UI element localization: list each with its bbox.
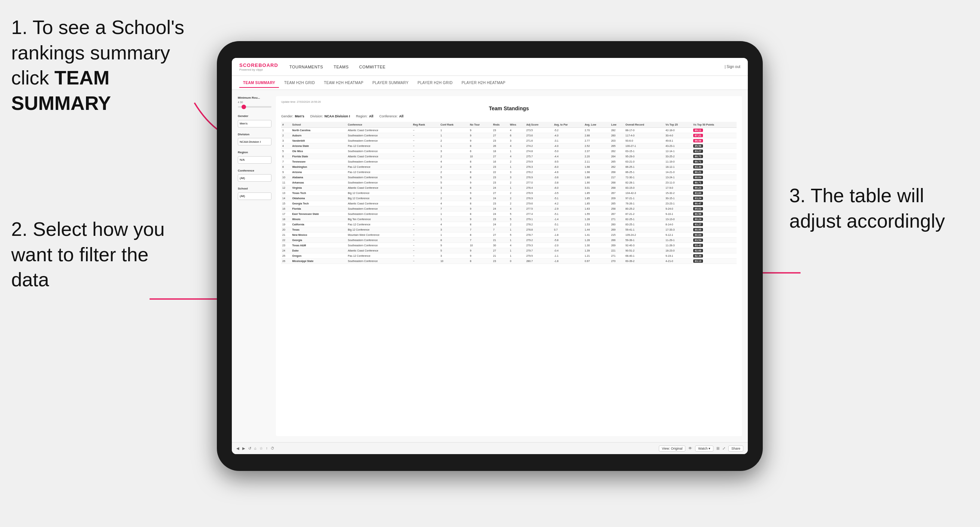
- cell-low: 271: [610, 217, 624, 222]
- cell-no-tour: 9: [469, 180, 492, 186]
- cell-overall: 68-40-1: [624, 253, 664, 259]
- tab-player-summary[interactable]: PLAYER SUMMARY: [369, 78, 412, 88]
- cell-conference: Southeastern Conference: [347, 159, 412, 165]
- cell-adj-score: 274.8: [525, 149, 553, 154]
- view-original-button[interactable]: View: Original: [659, 446, 686, 451]
- table-row: 6 Florida State Atlantic Coast Conferenc…: [281, 154, 737, 159]
- cell-adj-score: 280.7: [525, 259, 553, 264]
- cell-school: Ole Miss: [291, 149, 347, 154]
- table-row: 26 Mississippi State Southeastern Confer…: [281, 259, 737, 264]
- school-select[interactable]: (All): [238, 192, 272, 200]
- forward-icon[interactable]: ▶: [242, 446, 245, 450]
- range-slider[interactable]: [238, 106, 272, 108]
- cell-vs50: 83.84: [692, 190, 737, 196]
- cell-rank: 20: [281, 227, 291, 232]
- cell-wins: 1: [509, 186, 525, 190]
- watch-button[interactable]: Watch ▾: [695, 446, 713, 451]
- cell-no-tour: 9: [469, 206, 492, 211]
- tab-team-h2h-grid[interactable]: TEAM H2H GRID: [280, 78, 318, 88]
- cell-low: 221: [610, 248, 624, 253]
- cell-avg-low: 1.30: [584, 243, 610, 248]
- cell-conference: Mountain West Conference: [347, 232, 412, 238]
- cell-no-tour: 8: [469, 143, 492, 149]
- home-icon[interactable]: ⌂: [254, 446, 256, 450]
- gender-select[interactable]: Men's Women's: [238, 120, 272, 127]
- slider-thumb[interactable]: [242, 105, 246, 109]
- table-row: 16 Florida Southeastern Conference ~ 7 9…: [281, 206, 737, 211]
- cell-wins: 4: [509, 128, 525, 133]
- table-row: 2 Auburn Southeastern Conference ~ 1 9 2…: [281, 133, 737, 138]
- cell-rnds: 24: [492, 206, 509, 211]
- cell-rank: 6: [281, 154, 291, 159]
- cell-avg-par: -3.1: [553, 138, 584, 143]
- share-icon-toolbar[interactable]: ↑: [266, 446, 268, 450]
- cell-reg-rank: ~: [412, 175, 439, 180]
- cell-adj-score: 275.7: [525, 154, 553, 159]
- cell-adj-score: 279.7: [525, 248, 553, 253]
- nav-committee[interactable]: COMMITTEE: [360, 65, 386, 69]
- cell-reg-rank: ~: [412, 180, 439, 186]
- col-adj-score: Adj Score: [525, 122, 553, 128]
- cell-low: 258: [610, 206, 624, 211]
- cell-vs50: 80.04: [692, 175, 737, 180]
- cell-vs50: 85.58: [692, 143, 737, 149]
- cell-reg-rank: ~: [412, 232, 439, 238]
- cell-reg-rank: ~: [412, 159, 439, 165]
- table-row: 14 Oklahoma Big 12 Conference ~ 2 8 24 2…: [281, 196, 737, 201]
- cell-school: New Mexico: [291, 232, 347, 238]
- cell-adj-score: 276.4: [525, 186, 553, 190]
- cell-overall: 90-51-2: [624, 248, 664, 253]
- division-select[interactable]: NCAA Division I NCAA Division II NCAA Di…: [238, 138, 272, 145]
- cell-avg-low: 1.28: [584, 217, 610, 222]
- nav-tournaments[interactable]: TOURNAMENTS: [290, 65, 323, 69]
- cell-avg-par: -2.9: [553, 206, 584, 211]
- cell-rnds: 26: [492, 143, 509, 149]
- cell-overall: 86-25-1: [624, 165, 664, 170]
- cell-conf-rank: 2: [439, 165, 469, 170]
- cell-adj-score: 277.4: [525, 211, 553, 217]
- cell-conference: Atlantic Coast Conference: [347, 248, 412, 253]
- cell-overall: 87-21-2: [624, 211, 664, 217]
- cell-low: 269: [610, 227, 624, 232]
- cell-vs50: 80.84: [692, 232, 737, 238]
- cell-conference: Pac-12 Conference: [347, 165, 412, 170]
- bookmark-icon[interactable]: ☆: [259, 446, 263, 450]
- cell-conf-rank: 2: [439, 196, 469, 201]
- sign-out-link[interactable]: | Sign out: [725, 65, 740, 69]
- cell-conf-rank: 5: [439, 175, 469, 180]
- cell-overall: 93-6-0: [624, 138, 664, 143]
- cell-avg-par: -5.1: [553, 222, 584, 227]
- minimum-round-label: Minimum Rou...: [238, 96, 272, 99]
- cell-record: 33-25-2: [664, 154, 692, 159]
- cell-rank: 15: [281, 201, 291, 206]
- cell-overall: 59-41-1: [624, 227, 664, 232]
- share-button[interactable]: Share: [729, 446, 743, 451]
- cell-vs50: 80.24: [692, 217, 737, 222]
- region-select[interactable]: N/A All: [238, 156, 272, 164]
- cell-avg-low: 2.77: [584, 138, 610, 143]
- cell-vs50: 83.54: [692, 238, 737, 243]
- cell-record: 23-11-0: [664, 180, 692, 186]
- bottom-toolbar: ◀ ▶ ↺ ⌂ ☆ ↑ ⏱ View: Original 👁 Watch ▾ ⊞…: [232, 442, 748, 454]
- clock-icon[interactable]: ⏱: [271, 446, 274, 450]
- tab-player-h2h-grid[interactable]: PLAYER H2H GRID: [414, 78, 457, 88]
- cell-vs50: 83.42: [692, 243, 737, 248]
- cell-adj-score: 279.5: [525, 253, 553, 259]
- back-icon[interactable]: ◀: [236, 446, 239, 450]
- cell-record: 9-19-1: [664, 253, 692, 259]
- nav-teams[interactable]: TEAMS: [334, 65, 348, 69]
- tab-player-h2h-heatmap[interactable]: PLAYER H2H HEATMAP: [458, 78, 509, 88]
- tab-team-summary[interactable]: TEAM SUMMARY: [239, 78, 279, 88]
- cell-vs50: 82.38: [692, 253, 737, 259]
- cell-avg-par: -9.5: [553, 159, 584, 165]
- cell-wins: 1: [509, 165, 525, 170]
- conference-select[interactable]: (All): [238, 174, 272, 182]
- reload-icon[interactable]: ↺: [248, 446, 251, 450]
- table-row: 8 Washington Pac-12 Conference ~ 2 8 23 …: [281, 165, 737, 170]
- cell-record: 17-33-3: [664, 227, 692, 232]
- cell-overall: 82-25-1: [624, 217, 664, 222]
- cell-vs50: 80.95: [692, 227, 737, 232]
- table-row: 19 California Pac-12 Conference ~ 4 8 24…: [281, 222, 737, 227]
- tab-team-h2h-heatmap[interactable]: TEAM H2H HEATMAP: [320, 78, 367, 88]
- cell-wins: 3: [509, 138, 525, 143]
